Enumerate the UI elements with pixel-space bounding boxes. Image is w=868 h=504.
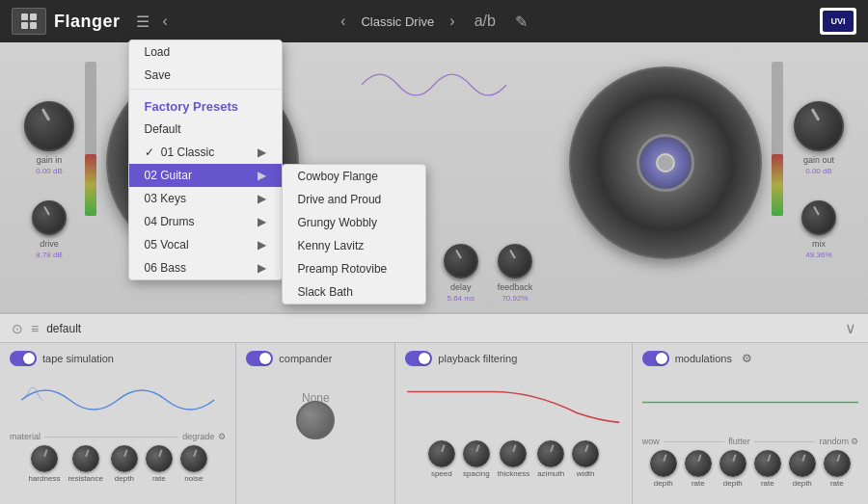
noise-knob[interactable] bbox=[180, 445, 207, 472]
header: Flanger ☰ ‹ Load Save Factory Presets bbox=[0, 0, 868, 42]
delay-knob[interactable] bbox=[444, 244, 478, 279]
compander-panel: compander None bbox=[236, 343, 395, 504]
resistance-label: resistance bbox=[68, 474, 102, 483]
next-preset-btn[interactable]: › bbox=[446, 11, 458, 32]
azimuth-group: azimuth bbox=[537, 440, 564, 478]
resistance-knob[interactable] bbox=[72, 445, 99, 472]
width-knob[interactable] bbox=[572, 440, 599, 467]
speed-knob[interactable] bbox=[428, 440, 455, 467]
flutter-depth-group: depth bbox=[719, 450, 746, 488]
modulations-knobs: depth rate depth rate depth bbox=[642, 450, 858, 488]
noise-label: noise bbox=[184, 474, 203, 483]
thickness-label: thickness bbox=[498, 469, 529, 478]
spacing-knob[interactable] bbox=[463, 440, 490, 467]
drive-label: drive bbox=[40, 239, 59, 249]
random-depth-knob[interactable] bbox=[789, 450, 816, 477]
header-menu-area: ☰ ‹ Load Save Factory Presets Default bbox=[121, 11, 172, 33]
random-rate-knob[interactable] bbox=[824, 450, 851, 477]
playback-toggle[interactable] bbox=[405, 351, 432, 366]
tape-rate-knob[interactable] bbox=[146, 445, 173, 472]
menu-item-03keys[interactable]: 03 Keys ▶ bbox=[129, 187, 282, 210]
menu-item-02guitar[interactable]: 02 Guitar ▶ Cowboy Flange Drive and Prou… bbox=[129, 164, 282, 187]
random-settings-icon[interactable]: ⚙ bbox=[851, 437, 858, 446]
center-wave-display bbox=[299, 61, 569, 109]
ab-toggle[interactable]: a/b bbox=[471, 11, 500, 32]
noise-group: noise bbox=[180, 445, 207, 483]
right-controls: gain out 0.00 dB mix 49.36% bbox=[784, 42, 858, 312]
wow-rate-group: rate bbox=[685, 450, 712, 488]
wow-rate-knob[interactable] bbox=[685, 450, 712, 477]
tape-depth-knob[interactable] bbox=[111, 445, 138, 472]
thickness-knob[interactable] bbox=[500, 440, 527, 467]
drive-knob[interactable] bbox=[32, 200, 67, 235]
menu-item-06bass[interactable]: 06 Bass ▶ bbox=[129, 256, 282, 279]
preset-bar-expand[interactable]: ∨ bbox=[845, 319, 856, 337]
delay-label: delay bbox=[450, 282, 472, 292]
tape-simulation-panel: tape simulation material degrade ⚙ hardn… bbox=[0, 343, 236, 504]
preset-list-icon[interactable]: ≡ bbox=[31, 321, 39, 336]
flutter-rate-knob[interactable] bbox=[754, 450, 781, 477]
dropdown-menu: Load Save Factory Presets Default ✓ 01 C… bbox=[128, 40, 283, 280]
azimuth-knob[interactable] bbox=[537, 440, 564, 467]
logo-area: Flanger bbox=[12, 8, 121, 35]
hardness-knob[interactable] bbox=[31, 445, 58, 472]
submenu-arrow-04: ▶ bbox=[258, 215, 266, 228]
wow-depth-group: depth bbox=[650, 450, 677, 488]
submenu-item-kenny-lavitz[interactable]: Kenny Lavitz bbox=[283, 234, 425, 257]
tape-sim-toggle[interactable] bbox=[10, 351, 37, 366]
main-menu: Load Save Factory Presets Default ✓ 01 C… bbox=[128, 40, 283, 280]
tape-depth-group: depth bbox=[111, 445, 138, 483]
menu-item-default[interactable]: Default bbox=[129, 118, 282, 141]
modulations-title: modulations bbox=[675, 353, 732, 364]
submenu-item-grungy-wobbly[interactable]: Grungy Wobbly bbox=[283, 211, 425, 234]
hamburger-menu-btn[interactable]: ☰ bbox=[132, 11, 153, 33]
degrade-settings-icon[interactable]: ⚙ bbox=[218, 432, 226, 441]
gain-in-knob[interactable] bbox=[24, 101, 74, 151]
feedback-group: feedback 70.92% bbox=[498, 244, 533, 303]
prev-preset-btn[interactable]: › bbox=[337, 11, 349, 32]
playback-knobs: speed spacing thickness azimuth width bbox=[405, 440, 621, 478]
wow-depth-knob[interactable] bbox=[650, 450, 677, 477]
submenu-item-slack-bath[interactable]: Slack Bath bbox=[283, 280, 425, 304]
tape-material-labels: material degrade ⚙ bbox=[10, 432, 226, 441]
submenu-guitar: Cowboy Flange Drive and Proud Grungy Wob… bbox=[282, 164, 426, 305]
uvi-logo: UVI bbox=[820, 8, 856, 35]
azimuth-label: azimuth bbox=[537, 469, 564, 478]
preset-bar-name: default bbox=[46, 322, 81, 335]
feedback-knob[interactable] bbox=[498, 244, 532, 279]
header-center: › Classic Drive › a/b ✎ bbox=[337, 11, 531, 33]
submenu-item-preamp-rotovibe[interactable]: Preamp Rotovibe bbox=[283, 257, 425, 280]
tape-sim-wave bbox=[10, 376, 226, 424]
menu-item-04drums[interactable]: 04 Drums ▶ bbox=[129, 210, 282, 233]
menu-item-05vocal[interactable]: 05 Vocal ▶ bbox=[129, 233, 282, 256]
mix-group: mix 49.36% bbox=[801, 200, 836, 259]
flutter-rate-label: rate bbox=[761, 479, 774, 488]
menu-item-load[interactable]: Load bbox=[129, 40, 282, 64]
bottom-section: ⊙ ≡ default ∨ tape simulation material d… bbox=[0, 312, 868, 504]
playback-header: playback filtering bbox=[405, 351, 621, 366]
submenu-arrow-06: ▶ bbox=[258, 261, 266, 275]
gain-out-knob[interactable] bbox=[794, 101, 844, 151]
compander-toggle[interactable] bbox=[246, 351, 273, 366]
compander-dial[interactable] bbox=[296, 401, 335, 439]
back-btn[interactable]: ‹ bbox=[159, 11, 172, 32]
submenu-item-cowboy-flange[interactable]: Cowboy Flange bbox=[283, 165, 425, 188]
menu-item-01classic[interactable]: ✓ 01 Classic ▶ bbox=[129, 141, 282, 164]
tape-sim-knobs: hardness resistance depth rate noise bbox=[10, 445, 226, 483]
modulations-toggle[interactable] bbox=[642, 351, 669, 366]
random-rate-label: rate bbox=[830, 479, 844, 488]
width-group: width bbox=[572, 440, 599, 478]
preset-cycle-icon[interactable]: ⊙ bbox=[12, 321, 23, 336]
gain-out-value: 0.00 dB bbox=[805, 167, 832, 175]
mix-knob[interactable] bbox=[801, 200, 836, 235]
feedback-label: feedback bbox=[498, 282, 533, 292]
modulations-settings-icon[interactable]: ⚙ bbox=[742, 352, 752, 365]
submenu-item-drive-proud[interactable]: Drive and Proud bbox=[283, 188, 425, 211]
speed-group: speed bbox=[428, 440, 455, 478]
random-rate-group: rate bbox=[824, 450, 851, 488]
playback-title: playback filtering bbox=[438, 353, 517, 364]
write-btn[interactable]: ✎ bbox=[511, 11, 531, 33]
gain-in-group: gain in 0.00 dB bbox=[24, 101, 74, 175]
flutter-depth-knob[interactable] bbox=[719, 450, 746, 477]
menu-item-save[interactable]: Save bbox=[129, 64, 282, 87]
